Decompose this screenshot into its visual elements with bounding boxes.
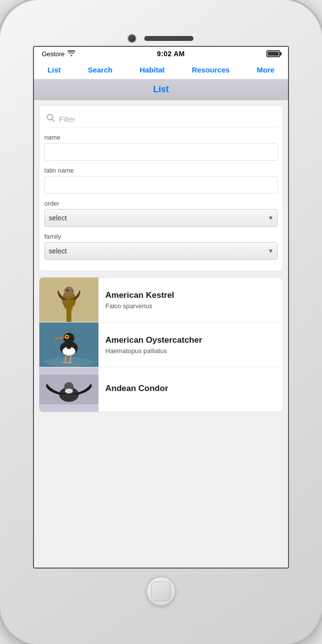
- home-button[interactable]: [146, 576, 176, 606]
- filter-section: Filter name latin name order select: [39, 105, 283, 271]
- bird-common-name-condor: Andean Condor: [105, 384, 276, 394]
- bird-image-condor: [39, 367, 98, 412]
- bird-info-oystercatcher: American Oystercatcher Haematopus pallia…: [98, 322, 283, 367]
- svg-point-6: [66, 289, 68, 291]
- phone-top-decor: [0, 26, 322, 46]
- tab-habitat[interactable]: Habitat: [137, 65, 168, 75]
- name-input[interactable]: [44, 143, 278, 161]
- order-label: order: [44, 200, 278, 207]
- filter-search-icon: [46, 113, 55, 124]
- family-form-group: family select ▼: [44, 233, 278, 260]
- svg-point-15: [66, 336, 68, 338]
- family-select-wrapper: select ▼: [44, 242, 278, 260]
- battery-fill: [268, 52, 279, 56]
- battery-icon: [266, 50, 280, 57]
- tab-list[interactable]: List: [45, 65, 64, 75]
- filter-search-row: Filter: [44, 110, 278, 128]
- bird-common-name-kestrel: American Kestrel: [105, 290, 276, 300]
- name-form-group: name: [44, 134, 278, 161]
- bird-item-oystercatcher[interactable]: American Oystercatcher Haematopus pallia…: [39, 322, 283, 367]
- bird-image-kestrel: [39, 278, 98, 322]
- wifi-icon: [67, 50, 75, 58]
- bird-info-condor: Andean Condor: [98, 367, 283, 412]
- order-form-group: order select ▼: [44, 200, 278, 227]
- svg-point-12: [64, 333, 74, 344]
- svg-point-21: [65, 389, 73, 394]
- home-button-inner: [151, 581, 171, 601]
- svg-point-5: [64, 286, 74, 296]
- carrier-name: Gestore: [42, 50, 64, 58]
- phone-frame: Gestore 9:02 AM List Search: [0, 0, 322, 644]
- bird-image-oystercatcher: [39, 322, 98, 367]
- tab-resources[interactable]: Resources: [189, 65, 233, 75]
- page-header: List: [34, 79, 288, 100]
- bird-info-kestrel: American Kestrel Falco sparverius: [98, 278, 283, 322]
- bird-item-condor[interactable]: Andean Condor: [39, 367, 283, 412]
- phone-screen: Gestore 9:02 AM List Search: [33, 46, 289, 569]
- status-time: 9:02 AM: [157, 50, 185, 58]
- latin-name-input[interactable]: [44, 176, 278, 194]
- family-select[interactable]: select: [44, 242, 278, 260]
- tab-bar: List Search Habitat Resources More: [34, 61, 288, 79]
- latin-name-form-group: latin name: [44, 167, 278, 194]
- content-area[interactable]: Filter name latin name order select: [34, 100, 288, 568]
- bird-common-name-oystercatcher: American Oystercatcher: [105, 335, 276, 345]
- camera-dot: [129, 35, 135, 42]
- bird-item-american-kestrel[interactable]: American Kestrel Falco sparverius: [39, 278, 283, 322]
- filter-placeholder: Filter: [59, 115, 75, 123]
- tab-search[interactable]: Search: [85, 65, 115, 75]
- bird-latin-name-kestrel: Falco sparverius: [105, 302, 276, 310]
- name-label: name: [44, 134, 278, 141]
- status-left: Gestore: [42, 50, 75, 58]
- bird-latin-name-oystercatcher: Haematopus palliatus: [105, 347, 276, 355]
- tab-more[interactable]: More: [254, 65, 278, 75]
- speaker-bar: [144, 36, 193, 41]
- status-bar: Gestore 9:02 AM: [34, 47, 288, 61]
- order-select-wrapper: select ▼: [44, 209, 278, 227]
- family-label: family: [44, 233, 278, 240]
- bird-list: American Kestrel Falco sparverius: [39, 277, 283, 412]
- latin-name-label: latin name: [44, 167, 278, 174]
- svg-line-1: [52, 119, 55, 122]
- page-title: List: [153, 84, 169, 94]
- order-select[interactable]: select: [44, 209, 278, 227]
- phone-bottom: [146, 569, 176, 618]
